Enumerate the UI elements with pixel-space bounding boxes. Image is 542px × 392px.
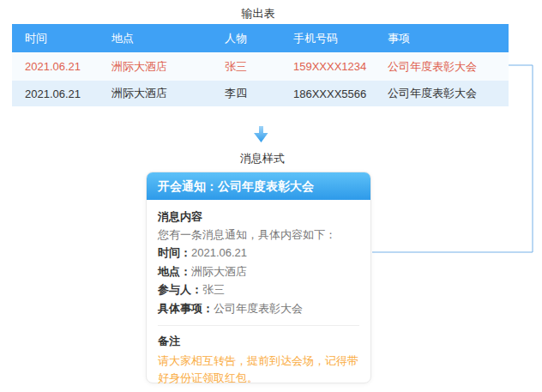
message-intro-text: 您有一条消息通知，具体内容如下： xyxy=(158,226,359,244)
message-field-participant: 参与人：张三 xyxy=(158,280,359,299)
table-row-highlighted: 2021.06.21 洲际大酒店 张三 159XXXX1234 公司年度表彰大会 xyxy=(12,52,509,81)
page-canvas: 输出表 时间 地点 人物 手机号码 事项 2021.06.21 洲际大酒店 张三… xyxy=(0,0,542,392)
message-card-header: 开会通知：公司年度表彰大会 xyxy=(147,172,370,200)
down-arrow-icon xyxy=(252,125,270,147)
message-style-title: 消息样式 xyxy=(240,151,285,166)
column-header-person: 人物 xyxy=(212,31,280,46)
table-cell: 洲际大酒店 xyxy=(99,59,212,75)
table-cell: 洲际大酒店 xyxy=(99,86,212,101)
column-header-matter: 事项 xyxy=(375,31,509,46)
table-cell: 186XXXX5566 xyxy=(280,87,375,100)
field-label: 时间： xyxy=(158,246,191,259)
note-title: 备注 xyxy=(158,332,359,350)
note-text: 请大家相互转告，提前到达会场，记得带好身份证领取红包。 xyxy=(158,353,359,386)
table-cell: 2021.06.21 xyxy=(12,87,99,100)
table-cell: 公司年度表彰大会 xyxy=(375,86,509,101)
field-value: 张三 xyxy=(202,283,225,296)
field-label: 地点： xyxy=(158,265,191,278)
field-label: 参与人： xyxy=(158,283,202,296)
table-cell: 2021.06.21 xyxy=(12,60,99,73)
card-divider xyxy=(158,325,359,326)
field-value: 洲际大酒店 xyxy=(191,265,247,278)
message-content-title: 消息内容 xyxy=(158,208,359,226)
column-header-time: 时间 xyxy=(12,31,99,46)
message-field-location: 地点：洲际大酒店 xyxy=(158,262,359,281)
output-table-title: 输出表 xyxy=(242,6,275,21)
table-cell: 李四 xyxy=(212,86,280,101)
field-label: 具体事项： xyxy=(158,302,214,315)
message-field-time: 时间：2021.06.21 xyxy=(158,244,359,262)
message-field-matter: 具体事项：公司年度表彰大会 xyxy=(158,299,359,318)
output-table: 时间 地点 人物 手机号码 事项 2021.06.21 洲际大酒店 张三 159… xyxy=(12,24,509,106)
table-cell: 159XXXX1234 xyxy=(280,60,375,73)
table-cell: 张三 xyxy=(212,59,280,75)
field-value: 公司年度表彰大会 xyxy=(214,302,303,315)
field-value: 2021.06.21 xyxy=(191,246,247,259)
table-row: 2021.06.21 洲际大酒店 李四 186XXXX5566 公司年度表彰大会 xyxy=(12,81,509,106)
column-header-phone: 手机号码 xyxy=(280,31,375,46)
table-cell: 公司年度表彰大会 xyxy=(375,59,509,75)
table-header-row: 时间 地点 人物 手机号码 事项 xyxy=(12,24,509,52)
message-card-body: 消息内容 您有一条消息通知，具体内容如下： 时间：2021.06.21 地点：洲… xyxy=(147,200,370,386)
column-header-location: 地点 xyxy=(99,31,212,46)
message-preview-card: 开会通知：公司年度表彰大会 消息内容 您有一条消息通知，具体内容如下： 时间：2… xyxy=(146,172,371,383)
